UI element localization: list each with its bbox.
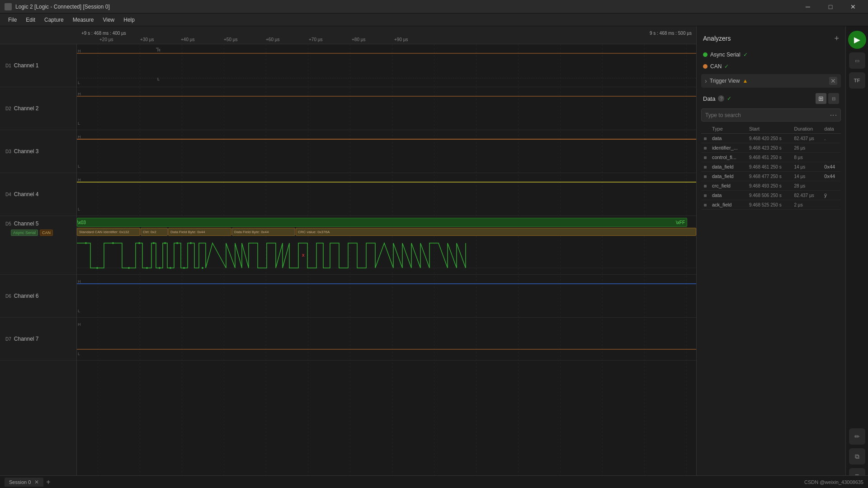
timeline-m6: +70 µs [309, 37, 323, 42]
svg-text:H: H [78, 92, 81, 96]
channel-label-2: D2 Channel 2 [0, 87, 76, 130]
col-duration: Duration [792, 124, 822, 134]
ch6-num: D6 [5, 294, 11, 299]
app-title: Logic 2 [Logic - Connected] [Session 0] [15, 4, 110, 10]
channels-area: D1 Channel 1 D2 Channel 2 D3 Channel 3 D… [0, 44, 696, 488]
ch2-waveform: H L [77, 87, 696, 130]
svg-point-29 [202, 267, 203, 269]
svg-point-18 [112, 242, 114, 244]
close-button[interactable]: ✕ [843, 0, 863, 14]
channel-labels: D1 Channel 1 D2 Channel 2 D3 Channel 3 D… [0, 44, 77, 488]
ch5-badges: Async Serial CAN [11, 230, 53, 236]
timeline-m2: +30 µs [140, 37, 154, 42]
menu-help[interactable]: Help [119, 15, 139, 25]
ch6-signal: H L [77, 275, 696, 318]
window-controls[interactable]: ─ □ ✕ [797, 0, 863, 14]
ch6-waveform: H L [77, 275, 696, 318]
ch1-signal: H L [77, 44, 696, 87]
ch2-name: Channel 2 [14, 105, 39, 112]
minimize-button[interactable]: ─ [797, 0, 818, 14]
search-menu-button[interactable]: ⋮ [829, 112, 838, 119]
svg-point-28 [190, 242, 192, 244]
menu-measure[interactable]: Measure [68, 15, 99, 25]
svg-point-24 [164, 242, 166, 244]
main-layout: +9 s : 468 ms : 400 µs 9 s : 468 ms : 50… [0, 26, 868, 488]
ch5-name: Channel 5 [14, 221, 39, 227]
svg-text:H: H [78, 49, 81, 53]
session-tab-name: Session 0 [9, 479, 31, 485]
data-table: Type Start Duration data data 9.468 420 … [701, 124, 841, 210]
table-row: crc_field 9.468 493 250 s 28 µs [701, 181, 841, 191]
bottom-bar: Session 0 ✕ + CSDN @weixin_43008635 [0, 475, 868, 488]
add-session-button[interactable]: + [46, 478, 50, 486]
data-help-icon[interactable]: ? [718, 95, 724, 102]
session-tab-close[interactable]: ✕ [34, 479, 39, 485]
ch4-signal: H L [77, 173, 696, 216]
data-header: Data ? ✓ ⊞ ⊟ [701, 90, 841, 106]
waveform-canvas: H L H L H L [77, 44, 696, 488]
titlebar: Logic 2 [Logic - Connected] [Session 0] … [0, 0, 868, 14]
ch1-waveform: H L H L [77, 44, 696, 87]
svg-point-23 [159, 267, 160, 269]
search-box: ⋮ [701, 108, 841, 122]
can-identifier-bar: Standard CAN Identifier: 0x132 [77, 228, 140, 236]
trigger-chevron[interactable]: › [705, 77, 707, 84]
svg-point-19 [128, 267, 130, 269]
svg-text:H: H [78, 279, 81, 284]
app-icon [5, 3, 12, 10]
table-row: data_field 9.468 477 250 s 14 µs 0x44 [701, 172, 841, 181]
can-badge: CAN [40, 230, 53, 236]
can-label-left: \x03 [77, 220, 86, 225]
text-format-button[interactable]: TF [849, 72, 865, 89]
add-analyzer-button[interactable]: + [834, 34, 839, 42]
ch4-waveform: H L [77, 173, 696, 216]
svg-text:L: L [78, 80, 80, 85]
can-data2-bar: Data Field Byte: 0x44 [232, 228, 295, 236]
frame-button[interactable]: ▭ [849, 52, 865, 69]
can-dot [703, 64, 708, 69]
table-view-button[interactable]: ⊞ [816, 93, 826, 104]
ch2-signal: H L [77, 87, 696, 130]
trigger-view-bar: › Trigger View ▲ ✕ [701, 74, 841, 88]
play-button[interactable]: ▶ [848, 31, 866, 49]
svg-text:x: x [302, 253, 305, 258]
search-input[interactable] [705, 112, 830, 118]
table-row: data 9.468 506 250 s 82.437 µs ÿ [701, 191, 841, 200]
waveform-panel: +9 s : 468 ms : 400 µs 9 s : 468 ms : 50… [0, 26, 696, 488]
timeline-m8: +90 µs [394, 37, 408, 42]
svg-text:L: L [78, 352, 80, 356]
ch1-name: Channel 1 [14, 62, 39, 69]
can-main-bar: \x03 \xFF [77, 218, 687, 227]
ch6-name: Channel 6 [14, 293, 39, 299]
channel-label-5: D5 Channel 5 Async Serial CAN [0, 216, 76, 275]
channel-label-7: D7 Channel 7 [0, 318, 76, 361]
menu-edit[interactable]: Edit [21, 15, 40, 25]
data-table-header: Type Start Duration data [701, 124, 841, 134]
ch3-waveform: H L [77, 130, 696, 173]
svg-text:L: L [78, 164, 80, 169]
menu-capture[interactable]: Capture [40, 15, 68, 25]
ch4-name: Channel 4 [14, 191, 39, 197]
edit-button[interactable]: ✏ [849, 428, 865, 445]
svg-text:H: H [78, 322, 81, 327]
copy-button[interactable]: ⧉ [849, 448, 865, 465]
watermark-text: CSDN @weixin_43008635 [804, 479, 863, 485]
maximize-button[interactable]: □ [820, 0, 841, 14]
trigger-view-label: Trigger View [710, 78, 740, 84]
session-tab-0[interactable]: Session 0 ✕ [5, 478, 43, 487]
async-serial-name: Async Serial [710, 52, 741, 58]
svg-point-27 [183, 267, 185, 269]
menubar: File Edit Capture Measure View Help [0, 14, 868, 26]
menu-view[interactable]: View [98, 15, 119, 25]
svg-point-20 [138, 242, 140, 244]
channel-label-6: D6 Channel 6 [0, 275, 76, 318]
ch2-num: D2 [5, 106, 11, 111]
svg-point-22 [153, 242, 155, 244]
list-view-button[interactable]: ⊟ [828, 93, 839, 104]
async-serial-dot [703, 52, 708, 57]
menu-file[interactable]: File [4, 15, 21, 25]
channel-label-3: D3 Channel 3 [0, 130, 76, 173]
trigger-close-button[interactable]: ✕ [829, 77, 837, 85]
ch3-num: D3 [5, 149, 11, 154]
timeline-center-label: +9 s : 468 ms : 400 µs [81, 31, 126, 36]
